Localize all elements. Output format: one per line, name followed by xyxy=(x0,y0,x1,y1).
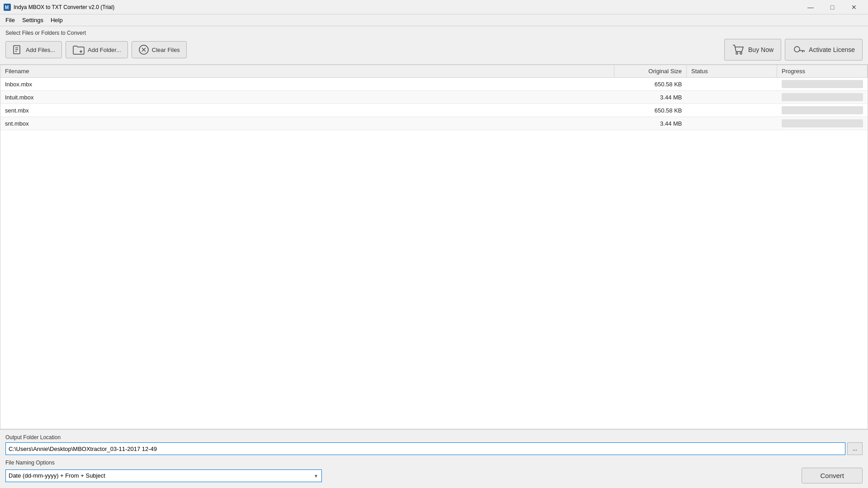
table-row: Inbox.mbx 650.58 KB xyxy=(0,78,868,91)
minimize-button[interactable]: — xyxy=(800,0,821,14)
activate-license-label: Activate License xyxy=(809,46,855,53)
col-header-size: Original Size xyxy=(614,65,687,78)
cell-filename: sent.mbx xyxy=(0,104,614,117)
title-bar-left: M Indya MBOX to TXT Converter v2.0 (Tria… xyxy=(4,4,114,11)
app-icon: M xyxy=(4,4,11,11)
cell-status xyxy=(687,91,777,104)
maximize-button[interactable]: □ xyxy=(822,0,843,14)
col-header-progress: Progress xyxy=(777,65,868,78)
cell-progress xyxy=(777,104,868,117)
col-header-status: Status xyxy=(687,65,777,78)
file-table: Filename Original Size Status Progress I… xyxy=(0,65,868,130)
cell-progress xyxy=(777,78,868,91)
svg-point-12 xyxy=(740,52,742,54)
app-title: Indya MBOX to TXT Converter v2.0 (Trial) xyxy=(14,4,114,10)
add-folder-button[interactable]: Add Folder... xyxy=(66,41,128,58)
naming-select-wrapper: Date (dd-mm-yyyy) + From + SubjectFrom +… xyxy=(5,469,322,482)
browse-button[interactable]: ... xyxy=(847,442,863,455)
toolbar-area: Select Files or Folders to Convert Add F… xyxy=(0,26,868,65)
add-files-icon xyxy=(12,44,23,55)
add-folder-icon xyxy=(72,44,85,55)
clear-files-button[interactable]: Clear Files xyxy=(132,41,187,58)
cell-size: 3.44 MB xyxy=(614,117,687,130)
toolbar-right: Buy Now Activate License xyxy=(724,39,863,61)
add-files-label: Add Files... xyxy=(26,47,55,53)
output-folder-label: Output Folder Location xyxy=(5,434,863,441)
svg-point-13 xyxy=(794,47,800,52)
title-bar: M Indya MBOX to TXT Converter v2.0 (Tria… xyxy=(0,0,868,14)
menu-file[interactable]: File xyxy=(2,16,19,24)
cell-status xyxy=(687,104,777,117)
menu-settings[interactable]: Settings xyxy=(19,16,47,24)
naming-row: Date (dd-mm-yyyy) + From + SubjectFrom +… xyxy=(5,468,863,483)
svg-text:M: M xyxy=(5,5,9,10)
output-row: ... xyxy=(5,442,863,455)
cell-status xyxy=(687,78,777,91)
file-naming-select[interactable]: Date (dd-mm-yyyy) + From + SubjectFrom +… xyxy=(5,469,322,482)
close-button[interactable]: ✕ xyxy=(844,0,864,14)
buy-now-button[interactable]: Buy Now xyxy=(724,39,781,61)
svg-point-11 xyxy=(736,52,738,54)
cell-progress xyxy=(777,91,868,104)
file-naming-label: File Naming Options xyxy=(5,460,863,466)
select-label: Select Files or Folders to Convert xyxy=(5,30,863,36)
output-folder-input[interactable] xyxy=(5,442,845,455)
cell-progress xyxy=(777,117,868,130)
activate-license-button[interactable]: Activate License xyxy=(785,39,863,61)
col-header-filename: Filename xyxy=(0,65,614,78)
table-row: Intuit.mbox 3.44 MB xyxy=(0,91,868,104)
clear-files-label: Clear Files xyxy=(152,47,180,53)
cart-icon xyxy=(732,43,745,56)
file-list-scroll[interactable]: Filename Original Size Status Progress I… xyxy=(0,65,868,429)
clear-files-icon xyxy=(138,44,149,55)
cell-size: 650.58 KB xyxy=(614,104,687,117)
file-list-area: Filename Original Size Status Progress I… xyxy=(0,65,868,429)
toolbar-buttons: Add Files... Add Folder... Clear Files xyxy=(5,39,863,61)
cell-status xyxy=(687,117,777,130)
window-controls: — □ ✕ xyxy=(800,0,864,14)
buy-now-label: Buy Now xyxy=(748,46,774,53)
add-files-button[interactable]: Add Files... xyxy=(5,41,62,58)
table-row: sent.mbx 650.58 KB xyxy=(0,104,868,117)
add-folder-label: Add Folder... xyxy=(88,47,121,53)
cell-filename: snt.mbox xyxy=(0,117,614,130)
key-icon xyxy=(793,43,805,56)
cell-filename: Intuit.mbox xyxy=(0,91,614,104)
bottom-area: Output Folder Location ... File Naming O… xyxy=(0,429,868,488)
menu-bar: File Settings Help xyxy=(0,14,868,26)
table-row: snt.mbox 3.44 MB xyxy=(0,117,868,130)
cell-size: 3.44 MB xyxy=(614,91,687,104)
menu-help[interactable]: Help xyxy=(47,16,66,24)
cell-filename: Inbox.mbx xyxy=(0,78,614,91)
convert-button[interactable]: Convert xyxy=(802,468,863,483)
main-content: Select Files or Folders to Convert Add F… xyxy=(0,26,868,488)
cell-size: 650.58 KB xyxy=(614,78,687,91)
